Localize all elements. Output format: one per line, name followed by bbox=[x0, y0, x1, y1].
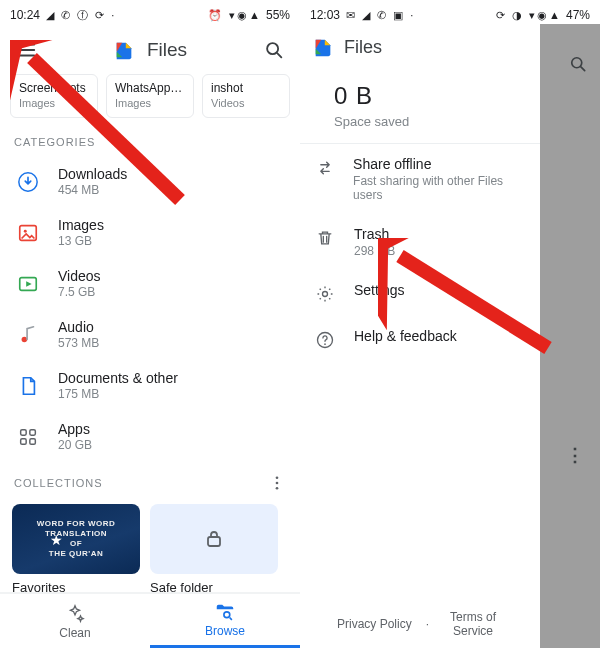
category-title: Images bbox=[58, 217, 104, 233]
drawer-help[interactable]: Help & feedback bbox=[300, 316, 540, 362]
drawer-item-sub: Fast sharing with other Files users bbox=[353, 174, 528, 202]
drawer-scrim[interactable]: ⋮ bbox=[540, 24, 600, 648]
nav-clean[interactable]: Clean bbox=[0, 594, 150, 648]
recent-card[interactable]: Screenshots Images bbox=[10, 74, 98, 118]
category-title: Videos bbox=[58, 268, 101, 284]
recent-card[interactable]: inshot Videos bbox=[202, 74, 290, 118]
recent-title: WhatsApp Imag… bbox=[115, 81, 185, 95]
safe-folder-thumb bbox=[150, 504, 278, 574]
search-button-dimmed[interactable] bbox=[568, 54, 588, 74]
video-icon bbox=[14, 270, 42, 298]
more-vert-icon bbox=[268, 474, 286, 492]
collections-overflow-button[interactable] bbox=[264, 470, 290, 496]
category-sub: 454 MB bbox=[58, 183, 127, 197]
svg-point-13 bbox=[276, 487, 279, 490]
recent-card[interactable]: WhatsApp Imag… Images bbox=[106, 74, 194, 118]
svg-point-12 bbox=[276, 482, 279, 485]
status-right-glyphs: ⟳ ◑ ▾◉▲ bbox=[496, 9, 562, 22]
drawer-settings[interactable]: Settings bbox=[300, 270, 540, 316]
svg-rect-10 bbox=[30, 438, 36, 444]
category-title: Audio bbox=[58, 319, 99, 335]
favorites-thumb: WORD FOR WORD TRANSLATION OF THE QUR'AN … bbox=[12, 504, 140, 574]
space-saved-value: 0 B bbox=[334, 82, 528, 110]
category-audio[interactable]: Audio573 MB bbox=[0, 309, 300, 360]
svg-point-18 bbox=[323, 292, 328, 297]
privacy-link[interactable]: Privacy Policy bbox=[337, 617, 412, 631]
collections-label: COLLECTIONS bbox=[14, 477, 103, 489]
share-offline-icon bbox=[314, 156, 335, 178]
svg-rect-8 bbox=[30, 429, 36, 435]
phone-right: 12:03 ✉ ◢ ✆ ▣ · ⟳ ◑ ▾◉▲ 47% ⋮ bbox=[300, 0, 600, 648]
document-icon bbox=[14, 372, 42, 400]
category-images[interactable]: Images13 GB bbox=[0, 207, 300, 258]
sparkle-icon bbox=[64, 603, 86, 625]
collections-header: COLLECTIONS bbox=[0, 462, 300, 500]
nav-browse[interactable]: Browse bbox=[150, 594, 300, 648]
drawer-footer: Privacy Policy · Terms of Service bbox=[300, 610, 540, 638]
drawer-title: Files bbox=[344, 37, 382, 58]
drawer-item-title: Settings bbox=[354, 282, 405, 298]
status-time: 12:03 bbox=[310, 8, 340, 22]
phone-left: 10:24 ◢ ✆ ⓕ ⟳ · ⏰ ▾◉▲ 55% Files bbox=[0, 0, 300, 648]
recent-sub: Images bbox=[19, 97, 89, 109]
more-vert-dimmed[interactable]: ⋮ bbox=[566, 444, 584, 466]
category-videos[interactable]: Videos7.5 GB bbox=[0, 258, 300, 309]
category-sub: 573 MB bbox=[58, 336, 99, 350]
drawer-trash[interactable]: Trash298 MB bbox=[300, 214, 540, 270]
svg-point-4 bbox=[24, 229, 27, 232]
svg-rect-7 bbox=[21, 429, 27, 435]
categories-label: CATEGORIES bbox=[0, 118, 300, 156]
status-battery: 55% bbox=[266, 8, 290, 22]
apps-icon bbox=[14, 423, 42, 451]
category-title: Downloads bbox=[58, 166, 127, 182]
statusbar-right: 12:03 ✉ ◢ ✆ ▣ · ⟳ ◑ ▾◉▲ 47% bbox=[300, 0, 600, 24]
space-saved-block: 0 B Space saved bbox=[300, 68, 540, 144]
download-icon bbox=[14, 168, 42, 196]
svg-rect-9 bbox=[21, 438, 27, 444]
space-saved-label: Space saved bbox=[334, 114, 528, 129]
drawer-item-title: Share offline bbox=[353, 156, 528, 172]
folder-search-icon bbox=[214, 601, 236, 623]
lock-icon bbox=[202, 527, 226, 551]
hamburger-menu-button[interactable] bbox=[10, 34, 42, 66]
status-battery: 47% bbox=[566, 8, 590, 22]
search-icon bbox=[568, 54, 588, 74]
svg-point-15 bbox=[224, 612, 230, 618]
nav-drawer: Files 0 B Space saved Share offlineFast … bbox=[300, 24, 540, 648]
category-downloads[interactable]: Downloads454 MB bbox=[0, 156, 300, 207]
svg-point-6 bbox=[22, 336, 27, 342]
files-logo-icon bbox=[113, 39, 135, 61]
star-icon: ★ bbox=[50, 532, 63, 548]
category-title: Apps bbox=[58, 421, 92, 437]
status-right-glyphs: ⏰ ▾◉▲ bbox=[208, 9, 262, 22]
collection-favorites[interactable]: WORD FOR WORD TRANSLATION OF THE QUR'AN … bbox=[12, 504, 140, 595]
image-icon bbox=[14, 219, 42, 247]
category-documents[interactable]: Documents & other175 MB bbox=[0, 360, 300, 411]
drawer-share-offline[interactable]: Share offlineFast sharing with other Fil… bbox=[300, 144, 540, 214]
footer-dot: · bbox=[426, 617, 429, 631]
drawer-item-title: Help & feedback bbox=[354, 328, 457, 344]
app-bar: Files bbox=[0, 24, 300, 74]
category-title: Documents & other bbox=[58, 370, 178, 386]
svg-point-11 bbox=[276, 476, 279, 479]
trash-icon bbox=[314, 226, 336, 248]
category-apps[interactable]: Apps20 GB bbox=[0, 411, 300, 462]
collections-row: WORD FOR WORD TRANSLATION OF THE QUR'AN … bbox=[0, 500, 300, 597]
category-sub: 175 MB bbox=[58, 387, 178, 401]
svg-point-1 bbox=[267, 43, 278, 54]
files-logo-icon bbox=[312, 36, 334, 58]
collection-safe-folder[interactable]: Safe folder bbox=[150, 504, 278, 595]
drawer-item-title: Trash bbox=[354, 226, 395, 242]
search-button[interactable] bbox=[258, 34, 290, 66]
nav-clean-label: Clean bbox=[59, 626, 90, 640]
category-sub: 13 GB bbox=[58, 234, 104, 248]
terms-link[interactable]: Terms of Service bbox=[443, 610, 503, 638]
svg-rect-14 bbox=[208, 537, 220, 546]
drawer-header: Files bbox=[300, 24, 540, 68]
recent-title: inshot bbox=[211, 81, 281, 95]
favorites-thumb-text: WORD FOR WORD TRANSLATION OF THE QUR'AN bbox=[37, 519, 116, 559]
drawer-item-sub: 298 MB bbox=[354, 244, 395, 258]
search-icon bbox=[263, 39, 285, 61]
recent-cards-row: Screenshots Images WhatsApp Imag… Images… bbox=[0, 74, 300, 118]
category-sub: 7.5 GB bbox=[58, 285, 101, 299]
